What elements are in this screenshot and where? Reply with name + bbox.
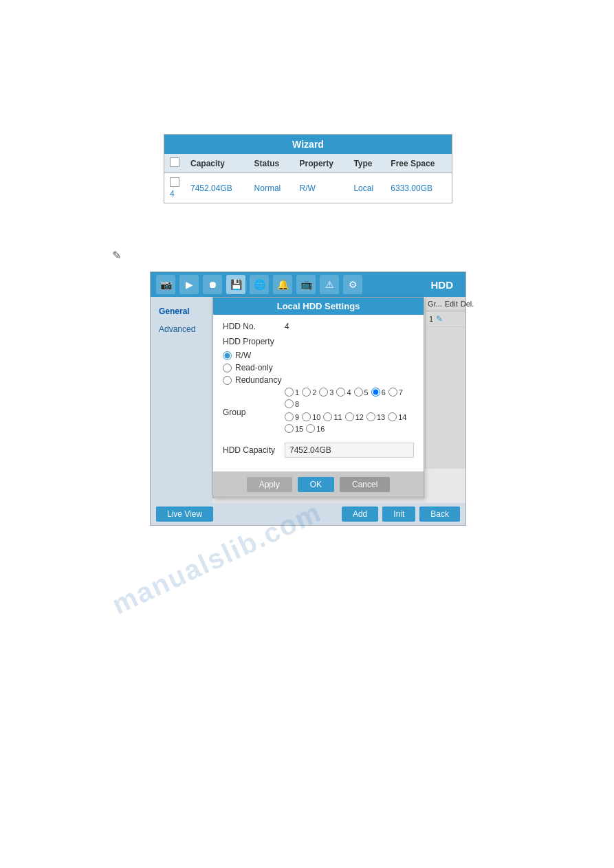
display-nav-icon[interactable]: 📺 [296,275,316,294]
row-status: Normal [249,173,294,203]
rp-gr-header: Gr... [428,300,442,308]
bottom-bar: Live View Add Init Back [151,503,465,525]
header-checkbox[interactable] [170,157,179,167]
group-radio-12[interactable] [345,412,354,421]
ok-button[interactable]: OK [298,477,334,492]
group-radio-item-2: 2 [302,388,316,397]
group-label-7: 7 [399,388,403,397]
group-radio-1[interactable] [285,388,294,397]
group-radio-item-13: 13 [366,412,385,421]
group-radio-14[interactable] [388,412,397,421]
row-capacity: 7452.04GB [185,173,249,203]
group-label-5: 5 [364,388,369,397]
redundancy-label: Redundancy [235,375,281,385]
rp-edit-btn[interactable]: ✎ [436,314,443,324]
bottom-right-buttons: Add Init Back [342,507,460,522]
hdd-no-row: HDD No. 4 [223,322,414,331]
group-radio-6[interactable] [371,388,380,397]
group-radio-5[interactable] [354,388,363,397]
group-radio-2[interactable] [302,388,311,397]
add-button[interactable]: Add [342,507,378,522]
group-radio-4[interactable] [336,388,345,397]
hdd-property-label: HDD Property [223,337,414,346]
nav-icons: 📷 ▶ ⏺ 💾 🌐 🔔 📺 ⚠ ⚙ [156,275,362,294]
group-radio-item-9: 9 [285,412,299,421]
group-radio-item-12: 12 [345,412,364,421]
group-radio-8[interactable] [285,399,294,408]
network-nav-icon[interactable]: 🌐 [250,275,269,294]
exception-nav-icon[interactable]: ⚠ [320,275,339,294]
group-label-14: 14 [398,413,406,421]
record-nav-icon[interactable]: ⏺ [203,275,222,294]
hdd-panel: 📷 ▶ ⏺ 💾 🌐 🔔 📺 ⚠ ⚙ HDD General Advanced L… [150,271,466,526]
group-radio-item-3: 3 [319,388,333,397]
group-radio-item-4: 4 [336,388,351,397]
note-icon: ✎ [112,249,126,263]
alarm-nav-icon[interactable]: 🔔 [273,275,292,294]
apply-button[interactable]: Apply [247,477,292,492]
group-radio-item-10: 10 [302,412,320,421]
group-label-6: 6 [382,388,386,397]
row-type: Local [348,173,385,203]
group-label-4: 4 [347,388,351,397]
group-radio-15[interactable] [285,424,294,433]
group-label-2: 2 [312,388,316,397]
capacity-input[interactable] [285,443,414,458]
sidebar-item-general[interactable]: General [151,302,212,320]
cancel-button[interactable]: Cancel [340,477,390,492]
right-panel-header: Gr... Edit Del. [426,297,465,311]
redundancy-radio[interactable] [223,376,232,385]
col-type: Type [348,154,385,173]
group-radio-item-6: 6 [371,388,386,397]
readonly-label: Read-only [235,363,273,372]
main-content: Local HDD Settings HDD No. 4 HDD Propert… [212,297,465,503]
col-property: Property [294,154,349,173]
col-free-space: Free Space [385,154,452,173]
hdd-no-value: 4 [285,322,289,331]
capacity-label: HDD Capacity [223,445,285,455]
wizard-panel: Wizard Capacity Status Property Type Fre… [164,134,452,203]
wizard-table: Capacity Status Property Type Free Space… [164,154,452,203]
sidebar: General Advanced [151,297,212,503]
hdd-nav-icon[interactable]: 💾 [226,275,245,294]
group-radio-13[interactable] [366,412,375,421]
rw-radio[interactable] [223,351,232,360]
group-radios: 12345678 910111213141516 [285,388,414,437]
nav-title: HDD [431,279,461,291]
group-label-3: 3 [329,388,333,397]
dialog-title: Local HDD Settings [213,298,424,315]
group-label: Group [223,408,285,417]
group-label-16: 16 [316,425,325,433]
group-label-15: 15 [295,425,303,433]
dialog-buttons: Apply OK Cancel [213,471,424,498]
group-radio-item-15: 15 [285,424,303,433]
right-panel-row-1: 1 ✎ [426,311,465,327]
init-button[interactable]: Init [382,507,415,522]
local-hdd-dialog: Local HDD Settings HDD No. 4 HDD Propert… [212,297,424,498]
group-radio-11[interactable] [323,412,332,421]
group-radio-9[interactable] [285,412,294,421]
group-radio-10[interactable] [302,412,311,421]
group-row-1: 12345678 [285,388,414,408]
live-view-button[interactable]: Live View [156,507,213,522]
group-radio-item-11: 11 [323,412,342,421]
table-row: 4 7452.04GB Normal R/W Local 6333.00GB [164,173,452,203]
group-radio-3[interactable] [319,388,328,397]
wizard-title: Wizard [164,135,452,154]
readonly-radio[interactable] [223,364,232,372]
row-free-space: 6333.00GB [385,173,452,203]
playback-nav-icon[interactable]: ▶ [179,275,199,294]
group-label-9: 9 [295,413,299,421]
rp-gr-value: 1 [429,315,433,323]
hdd-body: General Advanced Local HDD Settings HDD … [151,297,465,503]
dialog-body: HDD No. 4 HDD Property R/W Read-only [213,315,424,471]
settings-nav-icon[interactable]: ⚙ [343,275,362,294]
back-button[interactable]: Back [419,507,460,522]
camera-nav-icon[interactable]: 📷 [156,275,175,294]
capacity-row: HDD Capacity [223,443,414,458]
group-radio-item-8: 8 [285,399,299,408]
group-radio-16[interactable] [306,424,315,433]
group-radio-7[interactable] [388,388,397,397]
row-check: 4 [164,173,185,203]
sidebar-item-advanced[interactable]: Advanced [151,320,212,338]
